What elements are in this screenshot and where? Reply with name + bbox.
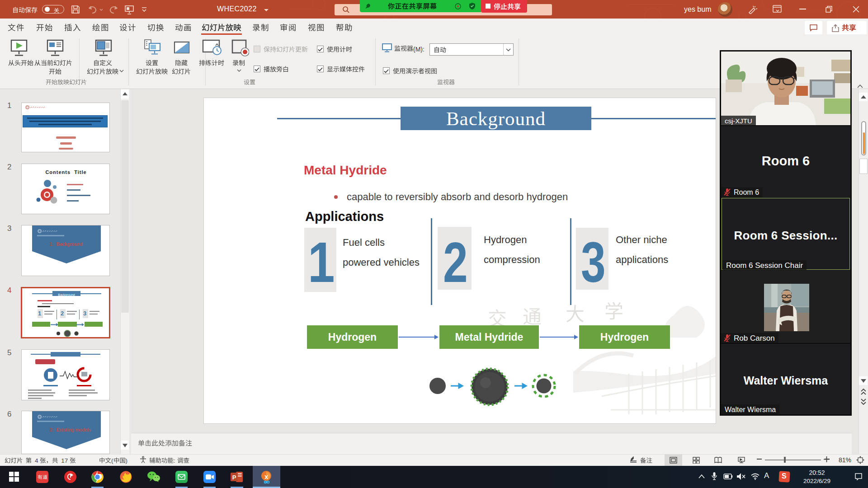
svg-text:P: P — [232, 474, 236, 481]
